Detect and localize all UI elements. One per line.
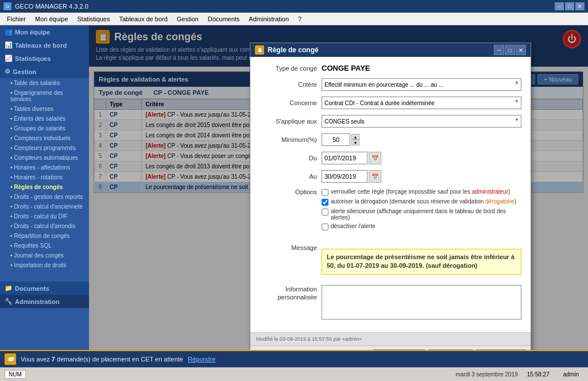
sidebar-mon-equipe-label: Mon équipe (15, 29, 50, 36)
modal-window-controls[interactable]: ─ □ ✕ (494, 45, 526, 55)
respond-link[interactable]: Répondre (188, 356, 215, 363)
du-field: Du 📅 (260, 152, 521, 164)
stats-icon: 📈 (5, 55, 13, 62)
sidebar-administration-label: Administration (15, 298, 60, 305)
modal-minimize-button[interactable]: ─ (494, 45, 504, 55)
menu-tableaux-bord[interactable]: Tableaux de bord (114, 14, 172, 24)
modal-title: Règle de congé (268, 46, 494, 54)
menu-administration[interactable]: Administration (244, 14, 293, 24)
info-textarea[interactable] (322, 285, 521, 320)
critere-select-wrapper: Effectif minimum en pourcentage ... du .… (322, 78, 521, 91)
sidebar-sub-table-salaries[interactable]: • Table des salariés (0, 78, 89, 88)
menu-fichier[interactable]: Fichier (2, 14, 30, 24)
sidebar-item-administration[interactable]: 🔧 Administration (0, 295, 89, 308)
option-desactiver-label: désactiver l'alerte (331, 223, 376, 229)
option-derogation: autoriser la dérogation (demande sous ré… (322, 198, 521, 206)
concerne-select[interactable]: Contrat CDI - Contrat à durée indétermin… (322, 97, 521, 109)
option-desactiver-checkbox[interactable] (322, 224, 328, 230)
menu-help[interactable]: ? (293, 14, 306, 24)
modified-info: Modifié le 03-09-2019 à 15:57:55 par «ad… (256, 336, 362, 342)
minimum-field: Minimum(%) ▲ ▼ (260, 133, 521, 146)
minimum-up[interactable]: ▲ (351, 134, 359, 140)
sidebar-item-documents[interactable]: 📁 Documents (0, 282, 89, 295)
sidebar-sub-compteurs-ind[interactable]: • Compteurs individuels (0, 133, 89, 143)
notification-text: Vous avez 7 demande(s) de placement en C… (21, 356, 183, 363)
critere-select[interactable]: Effectif minimum en pourcentage ... du .… (322, 78, 521, 91)
dashboard-icon: 📊 (5, 41, 13, 49)
option-derogation-label: autoriser la dérogation (demande sous ré… (331, 198, 516, 205)
sidebar-sub-droits-anc[interactable]: • Droits - calcul d'ancienneté (0, 202, 89, 211)
sidebar-sub-horaires-rot[interactable]: • Horaires - rotations (0, 172, 89, 182)
sidebar-sub-droits-dif[interactable]: • Droits - calcul du DIF (0, 211, 89, 221)
close-button[interactable]: ✕ (575, 2, 585, 10)
sidebar-sub-importation[interactable]: • Importation de droits (0, 260, 89, 270)
minimum-input[interactable] (322, 133, 350, 146)
sapplique-label: S'applique aux (260, 118, 317, 125)
sidebar-sub-compteurs-auto[interactable]: • Compteurs automatiques (0, 153, 89, 163)
sidebar-sub-groupes[interactable]: • Groupes de salariés (0, 124, 89, 133)
status-time: 15:58:27 (523, 371, 554, 378)
minimize-button[interactable]: ─ (555, 2, 564, 10)
sidebar-sub-repartition[interactable]: • Répartition de congés (0, 231, 89, 241)
sidebar-sub-droits-arr[interactable]: • Droits - calcul d'arrondis (0, 221, 89, 231)
app-title: GECO MANAGER 4.3.2.0 (15, 3, 555, 10)
options-field: Options verrouiller cette règle (forçage… (260, 188, 521, 238)
admin-icon: 🔧 (5, 298, 13, 305)
option-silencieuse-checkbox[interactable] (322, 209, 328, 215)
confirm-button[interactable]: ✔ Confirmer (476, 349, 526, 350)
delete-button[interactable]: ✕ Supprimer (373, 349, 425, 350)
option-silencieuse-label: alerte silencieuse (affichage uniquement… (331, 208, 521, 221)
au-calendar-button[interactable]: 📅 (369, 170, 381, 183)
sidebar-sub-journal[interactable]: • Journal des congés (0, 251, 89, 260)
sidebar-statistiques-label: Statistiques (15, 55, 51, 62)
sidebar-item-statistiques[interactable]: 📈 Statistiques (0, 52, 89, 65)
sidebar-item-mon-equipe[interactable]: 👥 Mon équipe (0, 25, 89, 39)
content-area: 📋 Règles de congés Liste des règles de v… (89, 25, 588, 350)
au-input[interactable] (322, 170, 368, 183)
modal-title-bar: 📋 Règle de congé ─ □ ✕ (250, 43, 531, 57)
maximize-button[interactable]: □ (565, 2, 574, 10)
options-section: verrouiller cette règle (forçage impossi… (322, 188, 521, 233)
critere-label: Critère (260, 81, 317, 88)
option-verrouiller-checkbox[interactable] (322, 189, 328, 196)
sidebar-sub-compteurs-prog[interactable]: • Compteurs programmés (0, 143, 89, 153)
minimum-down[interactable]: ▼ (351, 140, 359, 145)
options-label: Options (260, 188, 317, 195)
sidebar-sub-horaires-aff[interactable]: • Horaires - affectations (0, 163, 89, 172)
type-conge-field-label: Type de congé (260, 65, 317, 72)
sidebar-item-gestion[interactable]: ⚙ Gestion (0, 65, 89, 78)
sidebar-sub-enfants[interactable]: • Enfants des salariés (0, 114, 89, 124)
sidebar-item-tableaux-bord[interactable]: 📊 Tableaux de bord (0, 39, 89, 52)
cancel-button[interactable]: ↩ Annuler (428, 349, 473, 350)
info-field: Informationpersonnalisée (260, 285, 521, 320)
menu-documents[interactable]: Documents (203, 14, 245, 24)
status-bar: NUM mardi 3 septembre 2019 15:58:27 admi… (0, 367, 588, 381)
sapplique-select[interactable]: CONGES seuls (322, 115, 521, 128)
du-calendar-button[interactable]: 📅 (369, 152, 381, 164)
sidebar-sub-droits-reports[interactable]: • Droits - gestion des reports (0, 192, 89, 202)
sidebar-sub-organigramme[interactable]: • Organigramme des services (0, 88, 89, 104)
option-derogation-checkbox[interactable] (322, 199, 328, 206)
sidebar: 👥 Mon équipe 📊 Tableaux de bord 📈 Statis… (0, 25, 89, 350)
status-mode: NUM (5, 370, 26, 379)
regle-conge-modal: 📋 Règle de congé ─ □ ✕ Type de congé CON… (250, 43, 531, 350)
option-desactiver: désactiver l'alerte (322, 223, 521, 230)
concerne-label: Concerne (260, 99, 317, 106)
sidebar-gestion-label: Gestion (13, 68, 36, 75)
sidebar-tableaux-label: Tableaux de bord (15, 42, 67, 49)
menu-mon-equipe[interactable]: Mon équipe (30, 14, 73, 24)
window-controls[interactable]: ─ □ ✕ (555, 2, 585, 10)
sidebar-sub-requetes[interactable]: • Requêtes SQL (0, 241, 89, 251)
modal-maximize-button[interactable]: □ (505, 45, 515, 55)
documents-icon: 📁 (5, 284, 13, 292)
sidebar-sub-tables-diverses[interactable]: • Tables diverses (0, 104, 89, 114)
modal-close-button[interactable]: ✕ (516, 45, 526, 55)
menu-gestion[interactable]: Gestion (172, 14, 203, 24)
type-conge-field: Type de congé CONGE PAYE (260, 64, 521, 72)
option-alerte-silencieuse: alerte silencieuse (affichage uniquement… (322, 208, 521, 221)
sidebar-sub-regles-conges[interactable]: • Règles de congés (0, 182, 89, 192)
menu-statistiques[interactable]: Statistiques (73, 14, 115, 24)
minimum-spinners[interactable]: ▲ ▼ (351, 134, 359, 145)
team-icon: 👥 (5, 28, 13, 36)
du-input[interactable] (322, 152, 368, 164)
